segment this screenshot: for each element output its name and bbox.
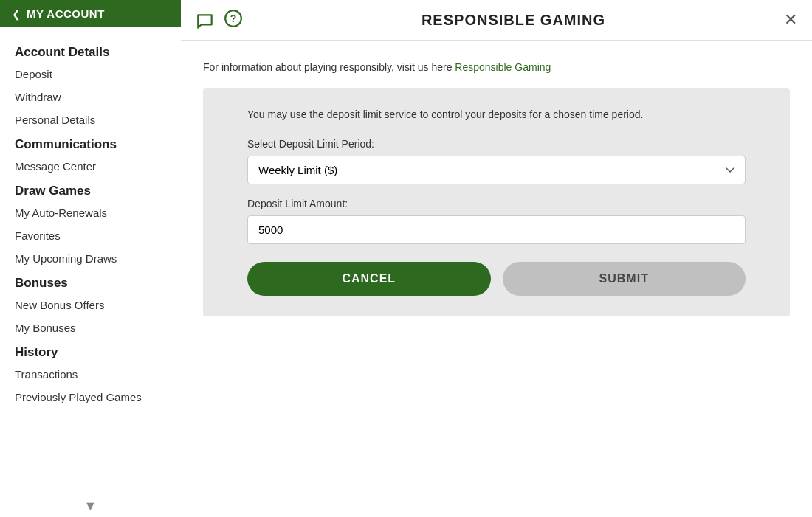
sidebar-item-auto-renewals[interactable]: My Auto-Renewals [0,201,181,224]
amount-label: Deposit Limit Amount: [247,198,746,209]
my-account-button[interactable]: ❮ MY ACCOUNT [0,0,181,27]
help-svg: ? [224,9,243,28]
sidebar-header-label: MY ACCOUNT [27,7,105,20]
sidebar-item-transactions[interactable]: Transactions [0,363,181,386]
form-card: You may use the deposit limit service to… [203,88,790,316]
sidebar-item-withdraw[interactable]: Withdraw [0,86,181,108]
info-text: For information about playing responsibl… [203,61,790,73]
scroll-indicator: ▼ [0,495,181,517]
sidebar-item-upcoming-draws[interactable]: My Upcoming Draws [0,247,181,270]
deposit-amount-group: Deposit Limit Amount: [247,198,746,244]
submit-button[interactable]: SUBMIT [503,262,746,296]
deposit-period-select[interactable]: Weekly Limit ($) Daily Limit ($) Monthly… [247,156,746,184]
sidebar-item-my-bonuses[interactable]: My Bonuses [0,316,181,339]
form-actions: CANCEL SUBMIT [247,262,746,296]
cancel-button[interactable]: CANCEL [247,262,491,296]
svg-text:?: ? [230,13,237,24]
section-title-draw-games: Draw Games [0,178,181,201]
modal-body: For information about playing responsibl… [181,41,812,517]
back-arrow-icon: ❮ [12,8,21,20]
chat-svg [196,12,215,31]
sidebar-item-deposit[interactable]: Deposit [0,63,181,86]
scroll-down-icon: ▼ [84,499,97,514]
chat-icon[interactable] [196,12,215,28]
section-title-account-details: Account Details [0,39,181,63]
sidebar-item-previously-played[interactable]: Previously Played Games [0,386,181,409]
section-title-bonuses: Bonuses [0,270,181,294]
responsible-gaming-link[interactable]: Responsible Gaming [455,61,551,73]
header-icons: ? [196,9,243,31]
help-icon[interactable]: ? [224,9,243,31]
modal-panel: ? RESPONSIBLE GAMING ✕ For information a… [181,0,812,517]
section-title-history: History [0,339,181,363]
sidebar-item-new-bonus-offers[interactable]: New Bonus Offers [0,294,181,316]
main-content: ? RESPONSIBLE GAMING ✕ For information a… [181,0,812,517]
sidebar-item-favorites[interactable]: Favorites [0,224,181,247]
deposit-period-group: Select Deposit Limit Period: Weekly Limi… [247,138,746,184]
sidebar-nav: Account Details Deposit Withdraw Persona… [0,27,181,517]
sidebar-item-personal-details[interactable]: Personal Details [0,108,181,131]
select-label: Select Deposit Limit Period: [247,138,746,150]
modal-header: ? RESPONSIBLE GAMING ✕ [181,0,812,41]
close-button[interactable]: ✕ [784,12,797,28]
form-description: You may use the deposit limit service to… [247,108,746,120]
sidebar: ❮ MY ACCOUNT Account Details Deposit Wit… [0,0,181,517]
section-title-communications: Communications [0,131,181,155]
modal-title: RESPONSIBLE GAMING [243,12,784,29]
sidebar-item-message-center[interactable]: Message Center [0,155,181,178]
deposit-amount-input[interactable] [247,215,746,244]
